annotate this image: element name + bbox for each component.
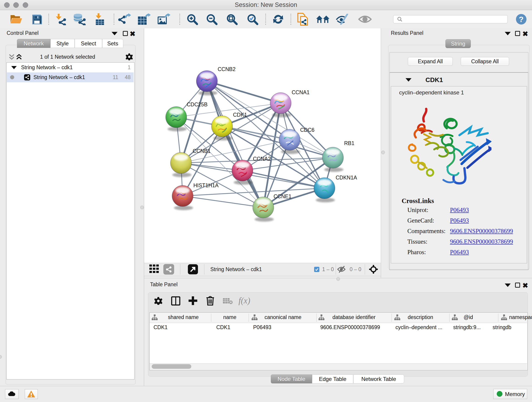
svg-text:CCNE1: CCNE1 xyxy=(273,193,291,199)
svg-text:CDC25B: CDC25B xyxy=(187,102,208,108)
svg-text:CDKN1A: CDKN1A xyxy=(336,175,357,181)
svg-text:CCNB1: CCNB1 xyxy=(193,148,210,154)
svg-text:RB1: RB1 xyxy=(344,140,355,146)
svg-text:CCNA2: CCNA2 xyxy=(253,156,271,162)
svg-text:HIST1H1A: HIST1H1A xyxy=(193,182,219,188)
svg-text:CDK1: CDK1 xyxy=(233,112,247,118)
svg-text:CCNA1: CCNA1 xyxy=(292,89,310,95)
svg-text:CCNB2: CCNB2 xyxy=(218,66,235,72)
svg-text:CDC6: CDC6 xyxy=(300,127,315,133)
